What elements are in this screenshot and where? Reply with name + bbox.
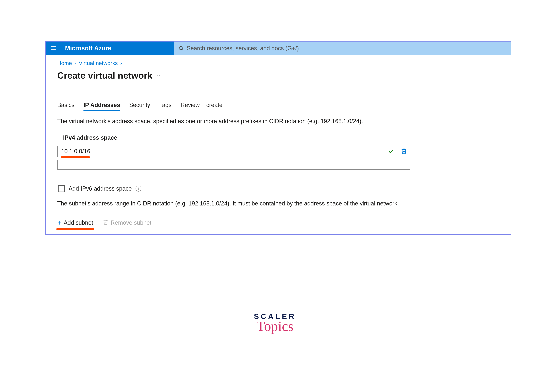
breadcrumb-home[interactable]: Home xyxy=(57,60,72,66)
hamburger-icon xyxy=(50,45,57,52)
search-placeholder: Search resources, services, and docs (G+… xyxy=(187,45,299,52)
ipv4-address-space-label: IPv4 address space xyxy=(63,134,499,141)
top-bar-left: Microsoft Azure xyxy=(46,42,174,55)
chevron-right-icon: › xyxy=(120,60,122,66)
breadcrumb-virtual-networks[interactable]: Virtual networks xyxy=(79,60,118,66)
ipv4-address-input[interactable]: 10.1.0.0/16 xyxy=(57,146,398,157)
page-title: Create virtual network xyxy=(57,70,152,81)
address-space-description: The virtual network's address space, spe… xyxy=(57,117,499,125)
info-icon[interactable]: i xyxy=(136,186,141,192)
logo-line2: Topics xyxy=(254,318,296,334)
ipv6-checkbox-label: Add IPv6 address space xyxy=(69,185,132,192)
remove-subnet-label: Remove subnet xyxy=(111,219,151,226)
tab-review-create[interactable]: Review + create xyxy=(180,102,222,111)
tab-security[interactable]: Security xyxy=(129,102,150,111)
tab-bar: Basics IP Addresses Security Tags Review… xyxy=(57,102,499,111)
add-subnet-button[interactable]: + Add subnet xyxy=(57,219,93,226)
ipv6-checkbox[interactable] xyxy=(58,185,65,192)
highlight-underline xyxy=(61,156,90,158)
page-title-row: Create virtual network ··· xyxy=(57,70,499,81)
chevron-right-icon: › xyxy=(75,60,76,66)
ipv4-address-row: 10.1.0.0/16 xyxy=(57,146,410,157)
subnet-actions: + Add subnet Remove subnet xyxy=(57,219,499,226)
more-actions-button[interactable]: ··· xyxy=(156,72,164,79)
hamburger-menu-button[interactable] xyxy=(50,45,57,52)
content-area: Home › Virtual networks › Create virtual… xyxy=(46,55,511,234)
checkmark-icon xyxy=(388,148,394,154)
svg-line-4 xyxy=(182,49,183,50)
delete-address-button[interactable] xyxy=(398,146,410,157)
brand-label: Microsoft Azure xyxy=(65,45,111,52)
plus-icon: + xyxy=(57,219,61,226)
ipv4-address-input-empty[interactable] xyxy=(57,160,410,170)
highlight-underline xyxy=(56,228,94,230)
tab-ip-addresses[interactable]: IP Addresses xyxy=(84,102,120,111)
remove-subnet-button: Remove subnet xyxy=(103,219,151,226)
top-bar: Microsoft Azure Search resources, servic… xyxy=(46,42,511,55)
global-search[interactable]: Search resources, services, and docs (G+… xyxy=(174,42,511,55)
scaler-topics-logo: SCALER Topics xyxy=(254,312,296,334)
search-icon xyxy=(178,46,184,51)
breadcrumbs: Home › Virtual networks › xyxy=(57,60,499,66)
svg-point-3 xyxy=(179,46,182,50)
subnet-description: The subnet's address range in CIDR notat… xyxy=(57,199,484,208)
tab-tags[interactable]: Tags xyxy=(159,102,171,111)
azure-portal-frame: Microsoft Azure Search resources, servic… xyxy=(45,41,511,235)
trash-icon xyxy=(401,148,407,155)
ipv4-address-value: 10.1.0.0/16 xyxy=(61,148,90,155)
add-subnet-label: Add subnet xyxy=(64,219,93,226)
tab-basics[interactable]: Basics xyxy=(57,102,74,111)
ipv6-checkbox-row: Add IPv6 address space i xyxy=(58,185,499,192)
trash-icon xyxy=(103,219,108,226)
